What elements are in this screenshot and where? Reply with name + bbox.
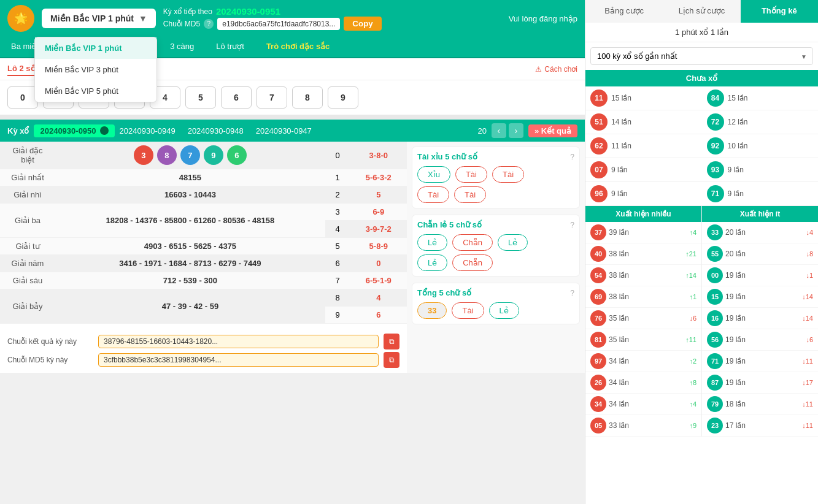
stats-count: 11 lần bbox=[611, 142, 697, 150]
num-row: 34 34 lần ↑4 bbox=[585, 394, 701, 415]
next-arrow[interactable]: › bbox=[509, 123, 523, 138]
chain-md5-copy[interactable]: ⧉ bbox=[384, 352, 399, 368]
num-row: 05 33 lần ↑9 bbox=[585, 415, 701, 437]
cl-btn-le-1[interactable]: Lẻ bbox=[417, 234, 447, 251]
results-main: Giải đặc biệt 3 8 7 9 6 0 3-8-0 Gi bbox=[0, 142, 585, 373]
tx-btn-tai-4[interactable]: Tài bbox=[454, 186, 486, 203]
num-row: 23 17 lần ↓11 bbox=[702, 415, 818, 437]
stats-count: 15 lần bbox=[611, 94, 697, 102]
chan-le-buttons-2: Lẻ Chẵn bbox=[417, 254, 574, 271]
num-change: ↑4 bbox=[689, 229, 696, 236]
dropdown-item-2[interactable]: Miền Bắc VIP 3 phút bbox=[35, 59, 156, 80]
cl-btn-le-3[interactable]: Lẻ bbox=[417, 254, 447, 271]
stats-tab-lich-su[interactable]: Lịch sử cược bbox=[663, 0, 740, 23]
tong-btn-tai[interactable]: Tài bbox=[452, 302, 484, 319]
stats-tab-thong-ke[interactable]: Thống kê bbox=[741, 0, 818, 23]
chain-result-copy[interactable]: ⧉ bbox=[384, 334, 399, 349]
table-row: Giải bảy 47 - 39 - 42 - 59 8 4 bbox=[0, 289, 407, 307]
num-row: 79 18 lần ↓11 bbox=[702, 394, 818, 415]
tab-lo-truot[interactable]: Lô trượt bbox=[205, 37, 255, 57]
chan-le-help[interactable]: ? bbox=[570, 221, 574, 229]
num-row: 16 19 lần ↓14 bbox=[702, 308, 818, 329]
tab-3-cang[interactable]: 3 càng bbox=[159, 37, 205, 57]
num-8[interactable]: 8 bbox=[292, 86, 323, 109]
cl-btn-le-2[interactable]: Lẻ bbox=[498, 234, 528, 251]
prize-value-ba: 18208 - 14376 - 85800 - 61260 - 80536 - … bbox=[55, 204, 325, 238]
num-change: ↑14 bbox=[685, 272, 696, 279]
dropdown-label: Miền Bắc VIP 1 phút bbox=[50, 13, 134, 23]
help-icon[interactable]: ? bbox=[204, 19, 214, 29]
tai-xiu-help[interactable]: ? bbox=[570, 153, 574, 161]
tx-btn-tai-3[interactable]: Tài bbox=[417, 186, 449, 203]
cl-btn-chan-2[interactable]: Chẵn bbox=[452, 254, 493, 271]
num-badge-teal: 23 bbox=[707, 418, 723, 433]
login-link[interactable]: Vui lòng đăng nhập bbox=[509, 14, 577, 23]
tx-btn-xiu[interactable]: Xỉu bbox=[417, 166, 450, 183]
stats-badge: 51 bbox=[590, 113, 608, 131]
num-text: 39 lần bbox=[609, 228, 687, 237]
num-7[interactable]: 7 bbox=[257, 86, 287, 109]
stats-select[interactable]: 100 kỳ xổ số gần nhất bbox=[590, 47, 813, 65]
row-num-4: 4 bbox=[325, 221, 350, 238]
ky-xo-other-1[interactable]: 20240930-0949 bbox=[120, 126, 176, 136]
tong-help[interactable]: ? bbox=[570, 289, 574, 297]
table-row: Giải sáu 712 - 539 - 300 7 6-5-1-9 bbox=[0, 272, 407, 289]
region-dropdown[interactable]: Miền Bắc VIP 1 phút ▼ bbox=[42, 9, 156, 28]
prev-arrow[interactable]: ‹ bbox=[492, 123, 506, 138]
dropdown-item-1[interactable]: Miền Bắc VIP 1 phút bbox=[35, 37, 156, 59]
num-change: ↓17 bbox=[802, 379, 813, 386]
table-row: Giải ba 18208 - 14376 - 85800 - 61260 - … bbox=[0, 204, 407, 221]
num-row: 55 20 lần ↓8 bbox=[702, 243, 818, 265]
appear-few-title: Xuất hiện ít bbox=[702, 206, 818, 222]
num-9[interactable]: 9 bbox=[328, 86, 358, 109]
row-val-9: 6 bbox=[350, 307, 407, 324]
tong-btn-33[interactable]: 33 bbox=[417, 302, 447, 319]
cl-btn-chan-1[interactable]: Chẵn bbox=[452, 234, 493, 251]
ky-xo-other-3[interactable]: 20240930-0947 bbox=[256, 126, 312, 136]
prize-label-ba: Giải ba bbox=[0, 204, 55, 238]
num-text: 19 lần bbox=[725, 378, 800, 387]
row-num-5: 5 bbox=[325, 238, 350, 255]
num-badge: 54 bbox=[590, 267, 606, 283]
num-text: 19 lần bbox=[725, 314, 800, 323]
num-badge-teal: 55 bbox=[707, 246, 723, 262]
tai-xiu-buttons: Xỉu Tài Tài bbox=[417, 166, 574, 183]
num-badge: 34 bbox=[590, 396, 606, 412]
tx-btn-tai-2[interactable]: Tài bbox=[492, 166, 524, 183]
row-num-1: 1 bbox=[325, 169, 350, 186]
num-change: ↓8 bbox=[806, 250, 813, 258]
ket-qua-btn[interactable]: » Kết quả bbox=[528, 124, 577, 137]
copy-button[interactable]: Copy bbox=[344, 17, 381, 31]
num-change: ↑2 bbox=[689, 357, 696, 365]
dropdown-menu: Miền Bắc VIP 1 phút Miền Bắc VIP 3 phút … bbox=[34, 37, 157, 102]
ky-xo-other-2[interactable]: 20240930-0948 bbox=[188, 126, 244, 136]
stats-badge: 07 bbox=[590, 161, 608, 178]
tong-btn-le[interactable]: Lẻ bbox=[489, 302, 519, 319]
appear-many-col: Xuất hiện nhiều 37 39 lần ↑4 40 38 lần ↑… bbox=[585, 206, 702, 437]
stats-count: 9 lần bbox=[611, 189, 697, 198]
tx-btn-tai-1[interactable]: Tài bbox=[455, 166, 487, 183]
stats-subtitle: 1 phút xổ 1 lần bbox=[585, 23, 818, 42]
tab-tro-choi[interactable]: Trò chơi đặc sắc bbox=[255, 37, 341, 57]
row-num-3: 3 bbox=[325, 204, 350, 221]
num-badge: 26 bbox=[590, 375, 606, 391]
chevron-down-icon: ▼ bbox=[139, 13, 147, 23]
appear-many-title: Xuất hiện nhiều bbox=[585, 206, 701, 222]
row-num-9: 9 bbox=[325, 307, 350, 324]
num-6[interactable]: 6 bbox=[221, 86, 252, 109]
chan-le-title: Chẵn lẻ 5 chữ số bbox=[417, 220, 482, 229]
num-text: 34 lần bbox=[609, 400, 687, 408]
md5-value: e19dbc6ac6a75fc1fdaadfc78013... bbox=[217, 18, 340, 30]
num-change: ↓1 bbox=[806, 272, 813, 279]
num-badge-teal: 33 bbox=[707, 224, 723, 240]
sub-tab-lo2so[interactable]: Lô 2 số bbox=[7, 62, 36, 76]
num-row: 97 34 lần ↑2 bbox=[585, 351, 701, 372]
num-5[interactable]: 5 bbox=[185, 86, 216, 109]
stats-tab-bang-cuoc[interactable]: Bảng cược bbox=[585, 0, 663, 23]
num-0[interactable]: 0 bbox=[7, 86, 38, 109]
num-change: ↑11 bbox=[685, 336, 696, 343]
num-row: 33 20 lần ↓4 bbox=[702, 222, 818, 243]
dropdown-item-3[interactable]: Miền Bắc VIP 5 phút bbox=[35, 80, 156, 102]
huong-dan[interactable]: ⚠ Cách chơi bbox=[535, 65, 577, 74]
copy-icon: ⧉ bbox=[389, 337, 395, 346]
